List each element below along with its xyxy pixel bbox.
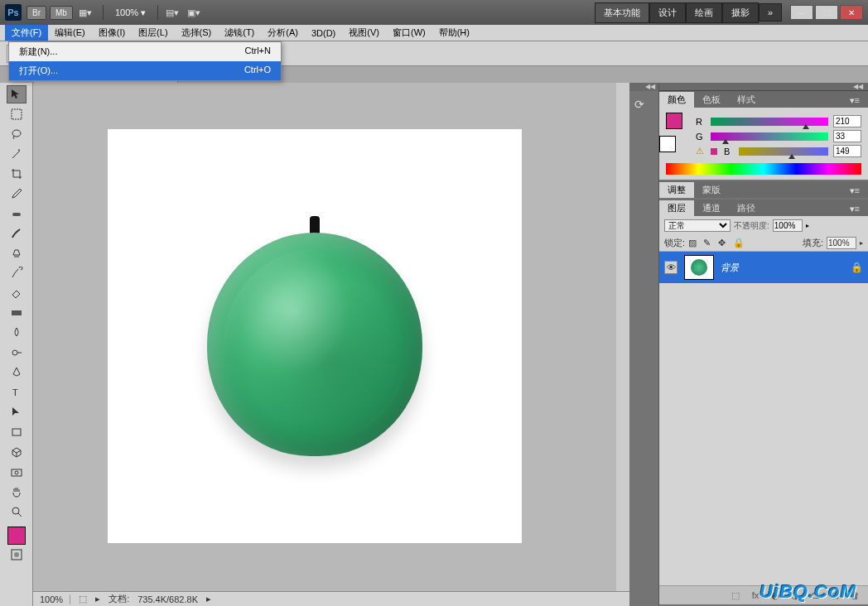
collapse-strip[interactable]: ◀◀ <box>659 83 868 91</box>
zoom-tool[interactable] <box>7 503 27 521</box>
svg-text:T: T <box>12 387 18 397</box>
menu-layer[interactable]: 图层(L) <box>132 25 174 41</box>
path-selection-tool[interactable] <box>7 403 27 421</box>
menu-open[interactable]: 打开(O)... Ctrl+O <box>9 61 281 80</box>
menu-select[interactable]: 选择(S) <box>175 25 219 41</box>
svg-point-11 <box>14 552 19 557</box>
web-color-icon[interactable] <box>711 148 717 155</box>
menu-new[interactable]: 新建(N)... Ctrl+N <box>9 42 281 61</box>
history-brush-tool[interactable] <box>7 264 27 282</box>
camera-tool[interactable] <box>7 463 27 481</box>
pen-tool[interactable] <box>7 363 27 382</box>
menu-help[interactable]: 帮助(H) <box>432 25 476 41</box>
zoom-level[interactable]: 100% ▾ <box>115 7 146 18</box>
menu-filter[interactable]: 滤镜(T) <box>218 25 261 41</box>
menu-file[interactable]: 文件(F) <box>5 25 48 41</box>
status-bar: 100% ⬚ ▸ 文档: 735.4K/682.8K ▸ <box>33 591 629 606</box>
vertical-scrollbar[interactable] <box>616 83 629 606</box>
color-spectrum[interactable] <box>666 163 861 175</box>
lasso-tool[interactable] <box>7 125 27 143</box>
tab-styles[interactable]: 样式 <box>729 92 764 108</box>
healing-brush-tool[interactable] <box>7 204 27 223</box>
workspace-painting[interactable]: 绘画 <box>686 2 722 23</box>
workspace-more[interactable]: » <box>759 3 782 22</box>
history-icon[interactable]: ⟳ <box>629 91 658 118</box>
gradient-tool[interactable] <box>7 304 27 322</box>
brush-tool[interactable] <box>7 224 27 243</box>
fg-color-swatch[interactable] <box>666 113 682 129</box>
move-tool[interactable] <box>7 85 27 103</box>
menu-analysis[interactable]: 分析(A) <box>261 25 305 41</box>
panel-menu-icon[interactable]: ▾≡ <box>841 94 868 108</box>
view-extras-icon[interactable]: ▦▾ <box>76 4 94 21</box>
menu-window[interactable]: 窗口(W) <box>386 25 432 41</box>
clone-stamp-tool[interactable] <box>7 244 27 262</box>
type-tool[interactable]: T <box>7 383 27 402</box>
gamut-warning-icon[interactable]: ⚠ <box>696 146 704 156</box>
r-input[interactable] <box>833 115 861 127</box>
tab-layers[interactable]: 图层 <box>659 200 694 216</box>
menu-edit[interactable]: 编辑(E) <box>48 25 92 41</box>
tab-channels[interactable]: 通道 <box>694 200 729 216</box>
screen-mode-icon[interactable]: ▣▾ <box>185 4 203 21</box>
opacity-value[interactable]: 100% <box>773 219 803 232</box>
workspace-design[interactable]: 设计 <box>649 2 686 23</box>
menu-image[interactable]: 图像(I) <box>92 25 132 41</box>
maximize-button[interactable]: ☐ <box>815 5 838 20</box>
blend-mode-select[interactable]: 正常 <box>664 219 731 232</box>
g-input[interactable] <box>833 130 861 142</box>
bridge-button[interactable]: Br <box>27 6 46 20</box>
menu-view[interactable]: 视图(V) <box>342 25 386 41</box>
menu-3d[interactable]: 3D(D) <box>305 26 342 40</box>
eraser-tool[interactable] <box>7 284 27 302</box>
3d-tool[interactable] <box>7 443 27 461</box>
tab-swatches[interactable]: 色板 <box>694 92 729 108</box>
link-layers-icon[interactable]: ⬚ <box>727 589 744 602</box>
marquee-tool[interactable] <box>7 105 27 123</box>
dodge-tool[interactable] <box>7 344 27 362</box>
tab-color[interactable]: 颜色 <box>659 92 694 108</box>
lock-position-icon[interactable]: ✥ <box>718 238 730 249</box>
adjustments-panel: 调整 蒙版 ▾≡ <box>659 181 868 198</box>
magic-wand-tool[interactable] <box>7 145 27 163</box>
tab-adjustments[interactable]: 调整 <box>659 182 694 198</box>
close-button[interactable]: ✕ <box>840 5 863 20</box>
status-doc-icon[interactable]: ⬚ <box>79 594 87 604</box>
layer-name[interactable]: 背景 <box>721 262 739 274</box>
blur-tool[interactable] <box>7 324 27 342</box>
hand-tool[interactable] <box>7 483 27 501</box>
tab-paths[interactable]: 路径 <box>729 200 764 216</box>
visibility-toggle[interactable]: 👁 <box>664 261 678 274</box>
fill-value[interactable]: 100% <box>827 237 856 249</box>
canvas-area[interactable] <box>33 83 629 606</box>
r-slider[interactable] <box>711 118 828 126</box>
document-canvas[interactable] <box>108 129 522 543</box>
bg-color-swatch[interactable] <box>659 136 676 152</box>
tab-masks[interactable]: 蒙版 <box>694 182 729 198</box>
quick-mask-icon[interactable] <box>7 546 27 564</box>
lock-all-icon[interactable]: 🔒 <box>733 238 745 249</box>
g-slider[interactable] <box>711 132 828 141</box>
eyedropper-tool[interactable] <box>7 185 27 203</box>
workspace-photography[interactable]: 摄影 <box>722 2 759 23</box>
crop-tool[interactable] <box>7 165 27 183</box>
rectangle-tool[interactable] <box>7 423 27 441</box>
layer-thumbnail[interactable] <box>684 255 714 280</box>
title-bar: Ps Br Mb ▦▾ 100% ▾ ▤▾ ▣▾ 基本功能 设计 绘画 摄影 »… <box>0 0 868 25</box>
lock-image-icon[interactable]: ✎ <box>703 238 715 249</box>
minimize-button[interactable]: — <box>790 5 813 20</box>
lock-transparent-icon[interactable]: ▨ <box>688 238 700 249</box>
b-input[interactable] <box>833 145 861 157</box>
status-zoom[interactable]: 100% <box>40 594 70 604</box>
workspace-essentials[interactable]: 基本功能 <box>595 2 649 23</box>
panel-menu-icon[interactable]: ▾≡ <box>841 184 868 198</box>
arrange-docs-icon[interactable]: ▤▾ <box>163 4 181 21</box>
panel-dock[interactable]: ◀◀ ⟳ <box>629 83 659 606</box>
layer-background[interactable]: 👁 背景 🔒 <box>659 252 868 283</box>
foreground-color-swatch[interactable] <box>7 527 26 545</box>
color-panel: ◀◀ 颜色 色板 样式 ▾≡ R <box>659 83 868 180</box>
b-slider[interactable] <box>739 147 828 156</box>
miniBridge-button[interactable]: Mb <box>50 6 73 20</box>
panel-menu-icon[interactable]: ▾≡ <box>841 202 868 216</box>
svg-rect-7 <box>12 469 22 476</box>
